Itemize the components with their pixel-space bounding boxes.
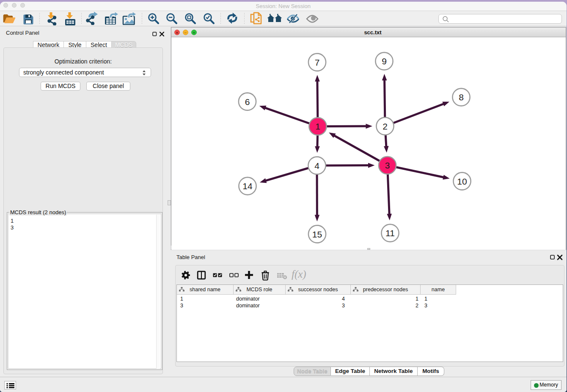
svg-text:11: 11 (385, 228, 395, 238)
svg-text:9: 9 (382, 56, 387, 66)
svg-text:14: 14 (242, 181, 253, 191)
svg-text:3: 3 (385, 160, 390, 170)
svg-text:7: 7 (315, 58, 320, 67)
svg-text:15: 15 (312, 229, 322, 239)
svg-text:8: 8 (459, 92, 464, 102)
svg-text:4: 4 (314, 161, 319, 171)
svg-text:2: 2 (383, 121, 388, 131)
svg-text:10: 10 (457, 177, 467, 186)
svg-text:6: 6 (245, 97, 250, 107)
svg-text:1: 1 (315, 121, 320, 131)
